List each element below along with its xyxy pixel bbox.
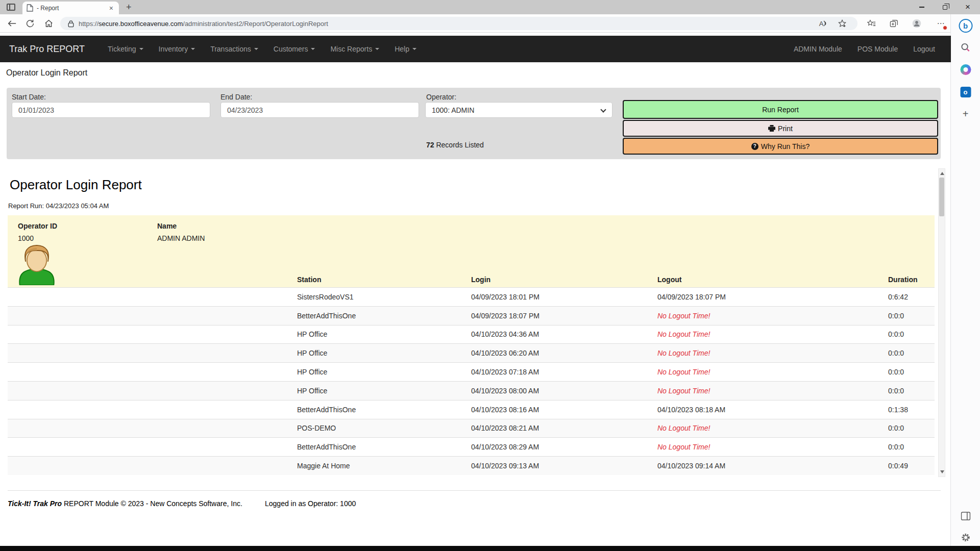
logout-cell: No Logout Time! bbox=[657, 306, 888, 325]
add-favorite-icon[interactable] bbox=[836, 18, 848, 29]
duration-cell: 0:0:0 bbox=[888, 438, 935, 457]
operator-select[interactable]: 1000: ADMIN bbox=[425, 102, 612, 118]
table-row: BetterAddThisOne04/09/2023 18:07 PMNo Lo… bbox=[8, 306, 935, 325]
search-icon[interactable] bbox=[960, 42, 971, 53]
menu-customers[interactable]: Customers bbox=[266, 36, 323, 62]
close-tab-icon[interactable]: × bbox=[108, 5, 115, 12]
logout-cell: No Logout Time! bbox=[657, 363, 888, 382]
bing-chat-icon[interactable]: b bbox=[959, 19, 972, 33]
operator-id-value: 1000 bbox=[18, 234, 34, 242]
spacer-cell bbox=[8, 419, 297, 438]
login-cell: 04/10/2023 07:18 AM bbox=[471, 363, 657, 382]
spacer-cell bbox=[8, 363, 297, 382]
logout-link[interactable]: Logout bbox=[905, 36, 943, 62]
table-row: POS-DEMO04/10/2023 08:21 AMNo Logout Tim… bbox=[8, 419, 935, 438]
scroll-up-icon[interactable] bbox=[940, 172, 944, 175]
operator-header-box: Operator ID 1000 Name ADMIN ADMIN Statio… bbox=[8, 215, 935, 287]
duration-cell: 0:6:42 bbox=[888, 288, 935, 307]
caret-icon bbox=[139, 48, 143, 50]
spacer-cell bbox=[8, 325, 297, 344]
edge-browser-icon[interactable] bbox=[960, 64, 971, 75]
collections-icon[interactable] bbox=[886, 14, 901, 32]
station-cell: HP Office bbox=[297, 325, 471, 344]
home-icon[interactable] bbox=[41, 14, 56, 32]
logout-cell: 04/09/2023 18:07 PM bbox=[657, 288, 888, 307]
caret-icon bbox=[254, 48, 258, 50]
favorites-bar-icon[interactable] bbox=[864, 14, 879, 32]
menu-ticketing[interactable]: Ticketing bbox=[100, 36, 151, 62]
restore-icon[interactable] bbox=[938, 0, 952, 14]
update-badge bbox=[943, 26, 947, 30]
login-cell: 04/09/2023 18:01 PM bbox=[471, 288, 657, 307]
station-cell: HP Office bbox=[297, 344, 471, 363]
printer-icon bbox=[768, 125, 775, 132]
report-scrollbar[interactable] bbox=[938, 168, 945, 477]
login-cell: 04/10/2023 04:36 AM bbox=[471, 325, 657, 344]
end-date-input[interactable] bbox=[220, 102, 419, 118]
settings-gear-icon[interactable] bbox=[961, 533, 970, 542]
print-button[interactable]: Print bbox=[623, 120, 938, 137]
start-date-input[interactable] bbox=[12, 102, 210, 118]
footer-copyright: Tick-It! Trak Pro REPORT Module © 2023 -… bbox=[8, 499, 242, 508]
pos-module-link[interactable]: POS Module bbox=[850, 36, 905, 62]
logout-cell: No Logout Time! bbox=[657, 438, 888, 457]
side-panel-icon[interactable] bbox=[961, 512, 970, 520]
brand[interactable]: Trak Pro REPORT bbox=[9, 44, 85, 55]
why-run-this-button[interactable]: ? Why Run This? bbox=[623, 138, 938, 155]
web-page: Trak Pro REPORT Ticketing Inventory Tran… bbox=[0, 33, 950, 546]
start-date-label: Start Date: bbox=[12, 93, 46, 101]
spacer-cell bbox=[8, 381, 297, 400]
spacer-cell bbox=[8, 306, 297, 325]
app-navbar: Trak Pro REPORT Ticketing Inventory Tran… bbox=[0, 36, 951, 62]
operator-avatar bbox=[17, 243, 57, 285]
tab-actions-icon[interactable] bbox=[7, 4, 15, 11]
login-cell: 04/10/2023 08:29 AM bbox=[471, 438, 657, 457]
table-row: HP Office04/10/2023 06:20 AMNo Logout Ti… bbox=[8, 344, 935, 363]
menu-inventory[interactable]: Inventory bbox=[151, 36, 203, 62]
duration-cell: 0:0:0 bbox=[888, 381, 935, 400]
menu-misc-reports[interactable]: Misc Reports bbox=[323, 36, 387, 62]
logout-cell: No Logout Time! bbox=[657, 419, 888, 438]
browser-toolbar: https://secure.boxofficeavenue.com/admin… bbox=[0, 14, 950, 33]
spacer-cell bbox=[8, 288, 297, 307]
back-icon[interactable] bbox=[4, 14, 19, 32]
settings-ellipsis-icon[interactable]: ⋯ bbox=[933, 14, 948, 32]
add-sidebar-tool-icon[interactable]: + bbox=[963, 108, 969, 120]
url-bar[interactable]: https://secure.boxofficeavenue.com/admin… bbox=[60, 17, 857, 30]
menu-help[interactable]: Help bbox=[387, 36, 424, 62]
login-cell: 04/10/2023 06:20 AM bbox=[471, 344, 657, 363]
profile-avatar[interactable] bbox=[909, 14, 924, 32]
browser-tab[interactable]: - Report × bbox=[22, 2, 119, 14]
duration-cell: 0:0:0 bbox=[888, 344, 935, 363]
read-aloud-icon[interactable]: A bbox=[817, 18, 829, 29]
tab-title: - Report bbox=[37, 5, 108, 12]
minimize-icon[interactable] bbox=[915, 0, 929, 14]
login-cell: 04/10/2023 08:21 AM bbox=[471, 419, 657, 438]
station-cell: HP Office bbox=[297, 363, 471, 382]
report-area: Operator Login Report Report Run: 04/23/… bbox=[8, 168, 938, 477]
spacer-cell bbox=[8, 400, 297, 419]
chevron-down-icon bbox=[600, 107, 606, 112]
station-cell: Maggie At Home bbox=[297, 457, 471, 475]
scrollbar-thumb[interactable] bbox=[939, 178, 944, 216]
table-row: BetterAddThisOne04/10/2023 08:29 AMNo Lo… bbox=[8, 438, 935, 457]
close-window-icon[interactable]: × bbox=[961, 0, 975, 14]
scroll-down-icon[interactable] bbox=[940, 470, 944, 473]
menu-transactions[interactable]: Transactions bbox=[203, 36, 266, 62]
run-report-button[interactable]: Run Report bbox=[623, 100, 938, 119]
refresh-icon[interactable] bbox=[22, 14, 38, 32]
name-label: Name bbox=[157, 222, 177, 230]
end-date-label: End Date: bbox=[220, 93, 252, 101]
caret-icon bbox=[191, 48, 195, 50]
report-table-body: SistersRodeoVS104/09/2023 18:01 PM04/09/… bbox=[8, 288, 935, 475]
outlook-icon[interactable]: o bbox=[960, 87, 971, 97]
admin-module-link[interactable]: ADMIN Module bbox=[786, 36, 850, 62]
spacer-cell bbox=[8, 344, 297, 363]
table-row: HP Office04/10/2023 08:00 AMNo Logout Ti… bbox=[8, 381, 935, 400]
new-tab-button[interactable]: + bbox=[123, 1, 135, 14]
url-text: https://secure.boxofficeavenue.com/admin… bbox=[79, 20, 328, 28]
caret-icon bbox=[311, 48, 315, 50]
bottom-black-bar bbox=[0, 546, 980, 551]
duration-cell: 0:0:49 bbox=[888, 457, 935, 475]
login-cell: 04/10/2023 08:00 AM bbox=[471, 381, 657, 400]
